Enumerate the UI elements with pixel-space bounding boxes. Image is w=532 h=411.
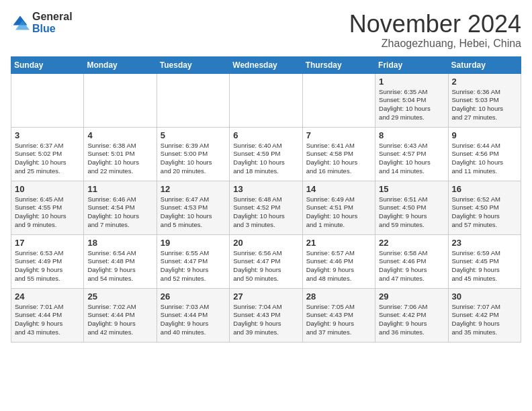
day-number: 8 bbox=[379, 130, 444, 140]
day-number: 24 bbox=[15, 291, 80, 302]
header-row: SundayMondayTuesdayWednesdayThursdayFrid… bbox=[11, 56, 521, 73]
day-info: Sunrise: 6:51 AM Sunset: 4:50 PM Dayligh… bbox=[379, 195, 444, 230]
calendar-week-row: 24Sunrise: 7:01 AM Sunset: 4:44 PM Dayli… bbox=[11, 288, 521, 342]
calendar-cell: 27Sunrise: 7:04 AM Sunset: 4:43 PM Dayli… bbox=[230, 288, 302, 342]
logo-icon bbox=[11, 13, 30, 32]
day-info: Sunrise: 6:35 AM Sunset: 5:04 PM Dayligh… bbox=[379, 88, 444, 122]
day-info: Sunrise: 6:58 AM Sunset: 4:46 PM Dayligh… bbox=[379, 249, 444, 283]
day-number: 3 bbox=[15, 130, 80, 140]
day-info: Sunrise: 7:04 AM Sunset: 4:43 PM Dayligh… bbox=[233, 303, 298, 337]
calendar-table: SundayMondayTuesdayWednesdayThursdayFrid… bbox=[11, 56, 521, 342]
day-number: 11 bbox=[87, 184, 152, 194]
day-info: Sunrise: 6:56 AM Sunset: 4:47 PM Dayligh… bbox=[233, 249, 298, 283]
day-number: 21 bbox=[306, 238, 371, 248]
calendar-cell: 14Sunrise: 6:49 AM Sunset: 4:51 PM Dayli… bbox=[302, 181, 375, 234]
calendar-cell: 26Sunrise: 7:03 AM Sunset: 4:44 PM Dayli… bbox=[157, 288, 229, 342]
day-info: Sunrise: 6:48 AM Sunset: 4:52 PM Dayligh… bbox=[233, 195, 298, 230]
day-number: 1 bbox=[379, 77, 444, 87]
day-info: Sunrise: 6:44 AM Sunset: 4:56 PM Dayligh… bbox=[452, 142, 517, 176]
header-day: Friday bbox=[375, 56, 448, 73]
day-info: Sunrise: 7:02 AM Sunset: 4:44 PM Dayligh… bbox=[87, 303, 152, 337]
day-number: 7 bbox=[306, 130, 371, 140]
calendar-cell: 10Sunrise: 6:45 AM Sunset: 4:55 PM Dayli… bbox=[11, 181, 84, 234]
calendar-cell: 23Sunrise: 6:59 AM Sunset: 4:45 PM Dayli… bbox=[448, 234, 521, 288]
day-info: Sunrise: 6:40 AM Sunset: 4:59 PM Dayligh… bbox=[233, 142, 298, 176]
title-block: November 2024 Zhaogezhuang, Hebei, China bbox=[349, 11, 521, 50]
logo-text: General Blue bbox=[32, 11, 73, 34]
calendar-cell: 25Sunrise: 7:02 AM Sunset: 4:44 PM Dayli… bbox=[84, 288, 157, 342]
day-info: Sunrise: 7:07 AM Sunset: 4:42 PM Dayligh… bbox=[452, 303, 517, 337]
calendar-cell: 11Sunrise: 6:46 AM Sunset: 4:54 PM Dayli… bbox=[84, 181, 157, 234]
calendar-cell: 15Sunrise: 6:51 AM Sunset: 4:50 PM Dayli… bbox=[375, 181, 448, 234]
calendar-cell: 1Sunrise: 6:35 AM Sunset: 5:04 PM Daylig… bbox=[375, 73, 448, 127]
day-info: Sunrise: 7:05 AM Sunset: 4:43 PM Dayligh… bbox=[306, 303, 371, 337]
calendar-week-row: 10Sunrise: 6:45 AM Sunset: 4:55 PM Dayli… bbox=[11, 181, 521, 234]
day-info: Sunrise: 6:38 AM Sunset: 5:01 PM Dayligh… bbox=[87, 142, 152, 176]
calendar-week-row: 17Sunrise: 6:53 AM Sunset: 4:49 PM Dayli… bbox=[11, 234, 521, 288]
day-info: Sunrise: 7:01 AM Sunset: 4:44 PM Dayligh… bbox=[15, 303, 80, 337]
location: Zhaogezhuang, Hebei, China bbox=[349, 38, 521, 50]
day-number: 14 bbox=[306, 184, 371, 194]
calendar-cell: 13Sunrise: 6:48 AM Sunset: 4:52 PM Dayli… bbox=[230, 181, 302, 234]
day-number: 6 bbox=[233, 130, 298, 140]
header-day: Thursday bbox=[302, 56, 375, 73]
logo: General Blue bbox=[11, 11, 73, 34]
day-info: Sunrise: 6:46 AM Sunset: 4:54 PM Dayligh… bbox=[87, 195, 152, 230]
header-day: Saturday bbox=[448, 56, 521, 73]
calendar-week-row: 3Sunrise: 6:37 AM Sunset: 5:02 PM Daylig… bbox=[11, 127, 521, 181]
calendar-cell bbox=[84, 73, 157, 127]
day-number: 2 bbox=[452, 77, 517, 87]
calendar-cell: 8Sunrise: 6:43 AM Sunset: 4:57 PM Daylig… bbox=[375, 127, 448, 181]
day-info: Sunrise: 6:53 AM Sunset: 4:49 PM Dayligh… bbox=[15, 249, 80, 283]
day-info: Sunrise: 6:47 AM Sunset: 4:53 PM Dayligh… bbox=[161, 195, 226, 230]
calendar-cell: 6Sunrise: 6:40 AM Sunset: 4:59 PM Daylig… bbox=[230, 127, 302, 181]
day-number: 22 bbox=[379, 238, 444, 248]
day-number: 26 bbox=[161, 291, 226, 302]
day-number: 28 bbox=[306, 291, 371, 302]
day-info: Sunrise: 6:59 AM Sunset: 4:45 PM Dayligh… bbox=[452, 249, 517, 283]
day-info: Sunrise: 7:06 AM Sunset: 4:42 PM Dayligh… bbox=[379, 303, 444, 337]
calendar-cell: 19Sunrise: 6:55 AM Sunset: 4:47 PM Dayli… bbox=[157, 234, 229, 288]
calendar-cell: 30Sunrise: 7:07 AM Sunset: 4:42 PM Dayli… bbox=[448, 288, 521, 342]
calendar-cell bbox=[302, 73, 375, 127]
calendar-cell: 12Sunrise: 6:47 AM Sunset: 4:53 PM Dayli… bbox=[157, 181, 229, 234]
page-header: General Blue November 2024 Zhaogezhuang,… bbox=[11, 11, 521, 50]
calendar-cell: 22Sunrise: 6:58 AM Sunset: 4:46 PM Dayli… bbox=[375, 234, 448, 288]
calendar-cell: 28Sunrise: 7:05 AM Sunset: 4:43 PM Dayli… bbox=[302, 288, 375, 342]
calendar-cell: 17Sunrise: 6:53 AM Sunset: 4:49 PM Dayli… bbox=[11, 234, 84, 288]
calendar-cell: 29Sunrise: 7:06 AM Sunset: 4:42 PM Dayli… bbox=[375, 288, 448, 342]
day-number: 29 bbox=[379, 291, 444, 302]
day-info: Sunrise: 6:43 AM Sunset: 4:57 PM Dayligh… bbox=[379, 142, 444, 176]
calendar-cell: 16Sunrise: 6:52 AM Sunset: 4:50 PM Dayli… bbox=[448, 181, 521, 234]
calendar-cell: 21Sunrise: 6:57 AM Sunset: 4:46 PM Dayli… bbox=[302, 234, 375, 288]
day-number: 27 bbox=[233, 291, 298, 302]
day-info: Sunrise: 6:57 AM Sunset: 4:46 PM Dayligh… bbox=[306, 249, 371, 283]
calendar-cell: 18Sunrise: 6:54 AM Sunset: 4:48 PM Dayli… bbox=[84, 234, 157, 288]
day-number: 15 bbox=[379, 184, 444, 194]
header-day: Tuesday bbox=[157, 56, 229, 73]
header-day: Sunday bbox=[11, 56, 84, 73]
calendar-cell: 24Sunrise: 7:01 AM Sunset: 4:44 PM Dayli… bbox=[11, 288, 84, 342]
day-number: 4 bbox=[87, 130, 152, 140]
day-number: 12 bbox=[161, 184, 226, 194]
calendar-cell: 2Sunrise: 6:36 AM Sunset: 5:03 PM Daylig… bbox=[448, 73, 521, 127]
day-info: Sunrise: 6:49 AM Sunset: 4:51 PM Dayligh… bbox=[306, 195, 371, 230]
calendar-cell bbox=[157, 73, 229, 127]
day-info: Sunrise: 6:45 AM Sunset: 4:55 PM Dayligh… bbox=[15, 195, 80, 230]
logo-blue: Blue bbox=[32, 23, 73, 35]
day-number: 18 bbox=[87, 238, 152, 248]
day-info: Sunrise: 6:36 AM Sunset: 5:03 PM Dayligh… bbox=[452, 88, 517, 122]
day-info: Sunrise: 7:03 AM Sunset: 4:44 PM Dayligh… bbox=[161, 303, 226, 337]
calendar-cell bbox=[11, 73, 84, 127]
calendar-cell: 9Sunrise: 6:44 AM Sunset: 4:56 PM Daylig… bbox=[448, 127, 521, 181]
header-day: Monday bbox=[84, 56, 157, 73]
day-number: 16 bbox=[452, 184, 517, 194]
month-title: November 2024 bbox=[349, 11, 521, 38]
calendar-cell: 7Sunrise: 6:41 AM Sunset: 4:58 PM Daylig… bbox=[302, 127, 375, 181]
calendar-week-row: 1Sunrise: 6:35 AM Sunset: 5:04 PM Daylig… bbox=[11, 73, 521, 127]
day-info: Sunrise: 6:52 AM Sunset: 4:50 PM Dayligh… bbox=[452, 195, 517, 230]
day-number: 9 bbox=[452, 130, 517, 140]
day-number: 19 bbox=[161, 238, 226, 248]
header-day: Wednesday bbox=[230, 56, 302, 73]
calendar-cell: 4Sunrise: 6:38 AM Sunset: 5:01 PM Daylig… bbox=[84, 127, 157, 181]
